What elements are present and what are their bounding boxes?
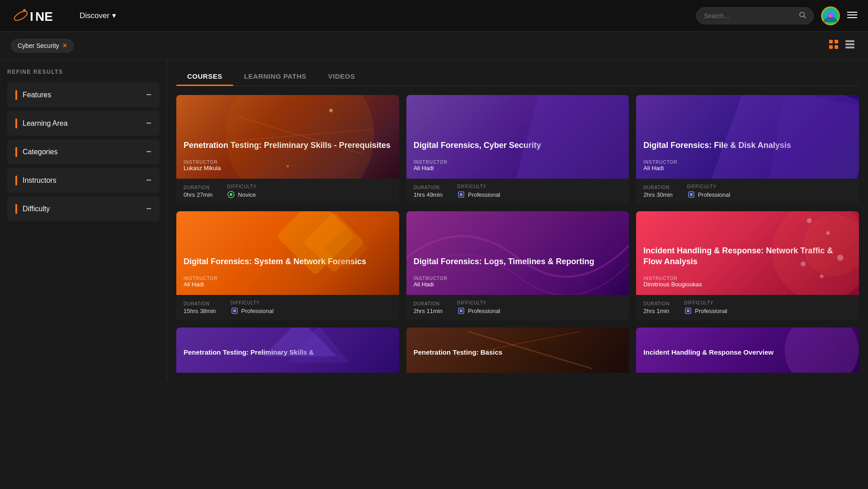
duration-value: 15hrs 38min [184, 308, 216, 314]
filter-tag-close-icon[interactable]: × [63, 42, 67, 49]
course-instructor-block: INSTRUCTOR Dimitrious Bougioukas [643, 276, 852, 288]
instructor-name: Dimitrious Bougioukas [643, 281, 852, 288]
svg-rect-30 [690, 193, 693, 196]
svg-text:NE: NE [35, 9, 53, 24]
difficulty-group: DIFFICULTY Professional [231, 300, 274, 315]
search-bar[interactable] [696, 7, 814, 24]
instructor-name: Ali Hadi [643, 165, 852, 171]
difficulty-group: DIFFICULTY Professional [457, 184, 500, 199]
course-title: Digital Forensics: System & Network Fore… [184, 256, 392, 267]
difficulty-label: DIFFICULTY [457, 300, 500, 305]
course-card-thumbnail: Penetration Testing: Preliminary Skills … [176, 95, 399, 179]
difficulty-icon [684, 307, 692, 315]
sidebar-collapse-icon: − [146, 175, 151, 185]
course-card[interactable]: Penetration Testing: Preliminary Skills … [176, 95, 399, 204]
course-card[interactable]: Digital Forensics: System & Network Fore… [176, 211, 399, 320]
avatar[interactable] [821, 6, 840, 25]
duration-label: DURATION [184, 301, 216, 306]
sidebar-item-instructors[interactable]: Instructors − [7, 168, 160, 193]
sidebar-collapse-icon: − [146, 204, 151, 214]
svg-rect-12 [829, 45, 833, 49]
svg-rect-26 [460, 193, 462, 196]
course-card-thumbnail: Incident Handling & Response: Network Tr… [636, 211, 859, 295]
instructor-label: INSTRUCTOR [184, 160, 392, 165]
course-card[interactable]: Digital Forensics, Cyber Security INSTRU… [406, 95, 629, 204]
course-grid-partial: Penetration Testing: Preliminary Skills … [176, 328, 859, 373]
tab-learning-paths[interactable]: LEARNING PATHS [233, 67, 317, 85]
difficulty-icon [231, 307, 239, 315]
grid-view-button[interactable] [826, 38, 841, 53]
tab-courses[interactable]: COURSES [176, 67, 233, 85]
course-instructor-block: INSTRUCTOR Ali Hadi [414, 276, 622, 288]
duration-label: DURATION [184, 185, 212, 190]
sidebar: REFINE RESULTS Features − Learning Area … [0, 60, 167, 380]
duration-label: DURATION [414, 185, 443, 190]
difficulty-group: DIFFICULTY Novice [227, 184, 256, 199]
course-title: Digital Forensics: Logs, Timelines & Rep… [414, 256, 622, 267]
filter-bar: Cyber Security × [0, 32, 868, 60]
duration-value: 1hrs 49min [414, 191, 443, 198]
difficulty-icon [227, 190, 235, 199]
course-card-meta: DURATION 1hrs 49min DIFFICULTY Professio… [406, 179, 629, 204]
svg-point-40 [807, 218, 812, 223]
duration-group: DURATION 2hrs 1min [643, 301, 670, 314]
duration-label: DURATION [643, 185, 672, 190]
svg-point-23 [230, 193, 232, 196]
sidebar-item-categories[interactable]: Categories − [7, 139, 160, 164]
duration-group: DURATION 1hrs 49min [414, 185, 443, 198]
course-grid: Penetration Testing: Preliminary Skills … [176, 95, 859, 320]
duration-value: 2hrs 11min [414, 308, 443, 314]
sidebar-accent-bar [15, 119, 17, 128]
course-card-meta: DURATION 2hrs 1min DIFFICULTY Profession… [636, 295, 859, 320]
header-right [696, 6, 857, 25]
difficulty-value: Professional [231, 307, 274, 315]
course-card-meta: DURATION 0hrs 27min DIFFICULTY Novice [176, 179, 399, 204]
difficulty-value: Novice [227, 190, 256, 199]
sidebar-item-learning-area[interactable]: Learning Area − [7, 111, 160, 136]
course-instructor-block: INSTRUCTOR Lukasz Mikula [184, 160, 392, 171]
sidebar-item-label: Difficulty [23, 205, 50, 213]
course-card-partial[interactable]: Penetration Testing: Basics [406, 328, 629, 373]
cyber-security-filter-tag[interactable]: Cyber Security × [11, 39, 74, 52]
tabs: COURSES LEARNING PATHS VIDEOS [176, 67, 859, 86]
difficulty-group: DIFFICULTY Professional [687, 184, 731, 199]
difficulty-label: DIFFICULTY [227, 184, 256, 189]
course-card-partial[interactable]: Incident Handling & Response Overview [636, 328, 859, 373]
course-title: Penetration Testing: Preliminary Skills … [184, 348, 392, 357]
svg-point-0 [13, 9, 29, 22]
sidebar-collapse-icon: − [146, 90, 151, 100]
course-card-thumbnail-partial: Incident Handling & Response Overview [636, 328, 859, 373]
duration-group: DURATION 2hrs 11min [414, 301, 443, 314]
sidebar-item-difficulty[interactable]: Difficulty − [7, 196, 160, 221]
duration-value: 0hrs 27min [184, 191, 212, 198]
chevron-down-icon: ▾ [112, 11, 116, 20]
course-title: Incident Handling & Response Overview [643, 348, 852, 357]
course-card[interactable]: Digital Forensics: Logs, Timelines & Rep… [406, 211, 629, 320]
instructor-name: Ali Hadi [414, 281, 622, 288]
course-card[interactable]: Incident Handling & Response: Network Tr… [636, 211, 859, 320]
svg-point-41 [826, 231, 830, 235]
svg-text:I: I [30, 9, 33, 24]
sidebar-item-features[interactable]: Features − [7, 82, 160, 107]
instructor-label: INSTRUCTOR [184, 276, 392, 281]
duration-group: DURATION 0hrs 27min [184, 185, 212, 198]
search-icon[interactable] [799, 11, 806, 20]
sidebar-accent-bar [15, 147, 17, 157]
discover-label: Discover [80, 11, 109, 20]
sidebar-collapse-icon: − [146, 147, 151, 157]
tab-videos[interactable]: VIDEOS [317, 67, 366, 85]
menu-button[interactable] [847, 10, 857, 21]
sidebar-accent-bar [15, 176, 17, 185]
difficulty-group: DIFFICULTY Professional [684, 300, 727, 315]
svg-point-6 [821, 6, 840, 25]
course-card-partial[interactable]: Penetration Testing: Preliminary Skills … [176, 328, 399, 373]
discover-button[interactable]: Discover ▾ [80, 11, 116, 20]
course-card[interactable]: Digital Forensics: File & Disk Analysis … [636, 95, 859, 204]
list-view-button[interactable] [843, 38, 857, 53]
svg-rect-11 [835, 40, 838, 43]
sidebar-item-label: Categories [23, 148, 57, 156]
header-left: I NE Discover ▾ [11, 6, 116, 26]
logo[interactable]: I NE [11, 6, 65, 26]
svg-rect-15 [845, 43, 854, 45]
search-input[interactable] [704, 12, 799, 19]
